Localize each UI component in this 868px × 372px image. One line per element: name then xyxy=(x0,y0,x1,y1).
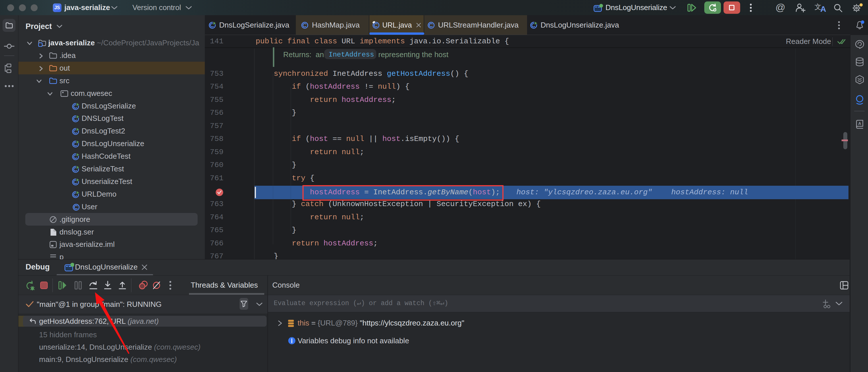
svg-text:A: A xyxy=(858,121,861,126)
